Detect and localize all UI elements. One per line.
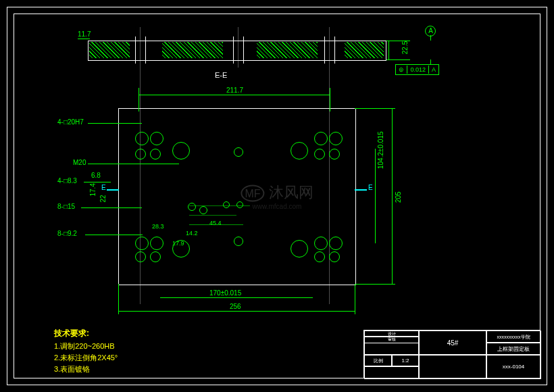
guide-line bbox=[189, 215, 236, 216]
dim-right-outer: 205 bbox=[395, 191, 402, 203]
centerline bbox=[238, 27, 238, 68]
dim-ext bbox=[355, 108, 395, 109]
hole-large bbox=[172, 142, 190, 160]
dim-ext bbox=[386, 59, 410, 60]
hatch-area bbox=[345, 42, 384, 58]
tb-bl bbox=[364, 366, 420, 379]
hole bbox=[314, 237, 328, 250]
datum-leader bbox=[430, 35, 431, 41]
dim-22: 22 bbox=[99, 195, 107, 202]
leader bbox=[81, 207, 142, 208]
dim-line bbox=[78, 39, 90, 39]
callout-8phi15: 8-□15 bbox=[57, 203, 75, 210]
section-mark bbox=[107, 189, 119, 191]
tech-req-1: 1.调制220~260HB bbox=[54, 341, 115, 351]
leader bbox=[85, 235, 143, 235]
dim-142: 14.2 bbox=[186, 230, 198, 237]
callout-4phi83: 4-□8.3 bbox=[57, 177, 77, 185]
datum-letter: A bbox=[428, 27, 433, 34]
dim-line bbox=[375, 149, 376, 243]
hole-edge bbox=[243, 36, 244, 64]
tech-req-title: 技术要求: bbox=[54, 328, 89, 339]
hole-small bbox=[223, 201, 230, 208]
dim-line bbox=[388, 41, 389, 59]
hole bbox=[135, 251, 146, 262]
tb-material: 45# bbox=[418, 330, 487, 356]
fcf-symbol: ⊚ bbox=[396, 66, 407, 74]
hole bbox=[150, 132, 163, 145]
hole-small bbox=[199, 206, 207, 214]
dim-line bbox=[138, 95, 330, 95]
hole-center bbox=[234, 147, 243, 157]
dim-section-left: 11.7 bbox=[78, 30, 91, 38]
hatch-area bbox=[89, 42, 130, 58]
dim-ext bbox=[118, 284, 119, 314]
guide-line bbox=[189, 205, 250, 206]
dim-ext bbox=[386, 41, 410, 41]
dim-bottom-inner: 170±0.015 bbox=[209, 289, 241, 297]
fcf-leader bbox=[430, 59, 431, 65]
fcf-datum: A bbox=[429, 66, 438, 74]
tb-check: 审核 bbox=[364, 336, 420, 343]
tb-mid-bottom bbox=[418, 354, 487, 379]
hole bbox=[150, 149, 161, 160]
cad-canvas: 11.7 22.5 E-E A ⊚ 0.012 A 211.7 170±0.01… bbox=[0, 0, 554, 392]
dim-179: 17.9 bbox=[172, 240, 184, 247]
dim-454: 45.4 bbox=[209, 220, 222, 226]
hole-edge bbox=[145, 36, 146, 64]
hole-edge bbox=[334, 36, 335, 64]
section-mark-e: E bbox=[101, 184, 106, 191]
hole bbox=[314, 149, 325, 160]
dim-right-inner: 104.2±0.015 bbox=[377, 131, 384, 169]
fcf-tolerance: 0.012 bbox=[407, 66, 429, 74]
hole bbox=[135, 132, 149, 145]
hole bbox=[150, 237, 163, 250]
dim-174: 17.4 bbox=[89, 183, 97, 196]
hole-small bbox=[236, 201, 243, 208]
hatch-area bbox=[162, 42, 223, 58]
dim-ext bbox=[355, 284, 355, 314]
dim-283: 28.3 bbox=[152, 223, 164, 230]
callout-m20: M20 bbox=[73, 159, 86, 166]
dim-top: 211.7 bbox=[226, 87, 243, 94]
hole bbox=[329, 251, 340, 262]
section-mark-e: E bbox=[368, 184, 373, 191]
hole-large bbox=[291, 142, 308, 160]
dim-line bbox=[118, 311, 355, 312]
dim-ext bbox=[138, 88, 139, 112]
hole bbox=[329, 132, 343, 145]
hatch-area bbox=[257, 42, 318, 58]
dim-ext bbox=[330, 88, 330, 112]
tech-req-3: 3.表面镀铬 bbox=[54, 364, 90, 374]
leader bbox=[88, 164, 179, 164]
hole-edge bbox=[233, 36, 234, 64]
hole-edge bbox=[324, 36, 325, 64]
leader bbox=[84, 182, 111, 182]
section-label: E-E bbox=[215, 71, 227, 79]
callout-4phi20: 4-□20H7 bbox=[57, 118, 84, 126]
dim-ext bbox=[355, 284, 395, 285]
dim-section-right: 22.5 bbox=[401, 41, 409, 54]
hole-edge bbox=[135, 36, 136, 64]
feature-control-frame: ⊚ 0.012 A bbox=[395, 64, 439, 75]
hole bbox=[314, 132, 328, 145]
hole-center bbox=[234, 237, 243, 246]
title-block: 设计 审核 45# xxxxxxxxxx学院 上框架固定板 比例 1:2 xxx… bbox=[363, 330, 540, 378]
section-body bbox=[88, 41, 386, 61]
dim-line bbox=[160, 297, 313, 298]
tb-sheet: xxx-0104 bbox=[486, 354, 541, 379]
hole bbox=[135, 237, 149, 250]
hole bbox=[329, 237, 343, 250]
hole-large bbox=[291, 240, 308, 258]
dim-line bbox=[392, 108, 393, 284]
tech-req-2: 2.未标注倒角2X45° bbox=[54, 353, 118, 363]
hole bbox=[329, 149, 340, 160]
leader bbox=[88, 123, 142, 124]
hole-small bbox=[188, 203, 196, 211]
hole bbox=[150, 251, 161, 262]
dim-line bbox=[189, 224, 243, 225]
dim-bottom-outer: 256 bbox=[230, 303, 241, 310]
callout-8phi92: 8-□9.2 bbox=[57, 230, 77, 237]
hole bbox=[135, 149, 146, 160]
tb-part-name: 上框架固定板 bbox=[486, 342, 541, 356]
